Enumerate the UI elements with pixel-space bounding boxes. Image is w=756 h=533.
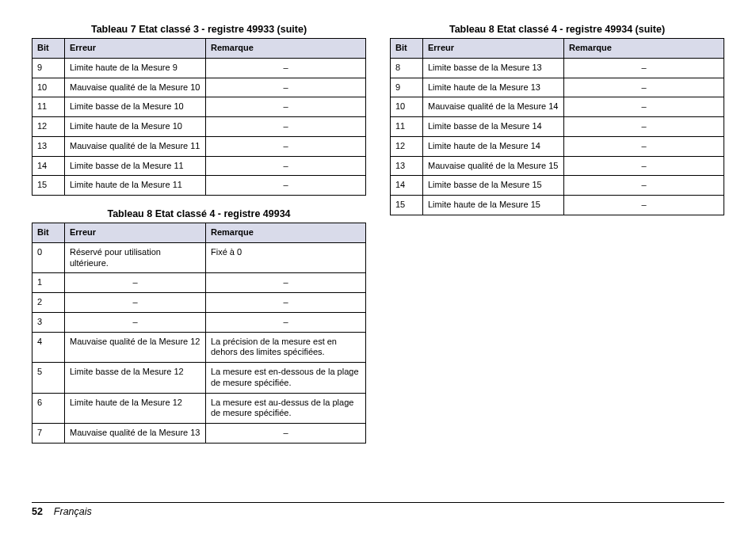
cell-remarque: – (206, 136, 366, 156)
col-bit: Bit (32, 223, 65, 243)
cell-erreur: Limite basse de la Mesure 12 (65, 363, 206, 394)
cell-erreur: – (65, 273, 206, 293)
cell-remarque: La mesure est en-dessous de la plage de … (206, 363, 366, 394)
cell-remarque: – (206, 424, 366, 444)
cell-erreur: Limite haute de la Mesure 12 (65, 393, 206, 424)
cell-bit: 15 (32, 176, 65, 196)
table-row: 2–– (32, 293, 366, 313)
table-row: 14Limite basse de la Mesure 11– (32, 156, 366, 176)
cell-remarque: – (564, 58, 724, 78)
col-erreur: Erreur (65, 223, 206, 243)
cell-bit: 1 (32, 273, 65, 293)
cell-erreur: Limite haute de la Mesure 15 (423, 196, 564, 215)
cell-erreur: Limite haute de la Mesure 10 (65, 117, 206, 137)
cell-remarque: – (206, 156, 366, 176)
cell-erreur: Mauvaise qualité de la Mesure 15 (423, 156, 564, 176)
page-columns: Tableau 7 Etat classé 3 - registre 49933… (0, 0, 756, 456)
cell-remarque: La mesure est au-dessus de la plage de m… (206, 393, 366, 424)
cell-remarque: – (564, 117, 724, 137)
cell-erreur: Limite basse de la Mesure 13 (423, 58, 564, 78)
cell-erreur: Limite haute de la Mesure 14 (423, 136, 564, 156)
cell-bit: 11 (32, 97, 65, 117)
table7: Bit Erreur Remarque 9Limite haute de la … (32, 38, 366, 196)
cell-erreur: Limite basse de la Mesure 10 (65, 97, 206, 117)
table-row: 4Mauvaise qualité de la Mesure 12La préc… (32, 332, 366, 363)
cell-remarque: – (564, 78, 724, 97)
cell-erreur: Limite haute de la Mesure 9 (65, 58, 206, 78)
cell-bit: 13 (391, 156, 423, 176)
col-remarque: Remarque (206, 223, 366, 243)
table-row: 6Limite haute de la Mesure 12La mesure e… (32, 393, 366, 424)
cell-remarque: – (206, 117, 366, 137)
table-header-row: Bit Erreur Remarque (391, 39, 724, 59)
cell-remarque: – (206, 78, 366, 97)
cell-erreur: – (65, 293, 206, 313)
table-row: 9Limite haute de la Mesure 13– (391, 78, 724, 97)
table-row: 13Mauvaise qualité de la Mesure 15– (391, 156, 724, 176)
table-row: 11Limite basse de la Mesure 14– (391, 117, 724, 137)
cell-erreur: Mauvaise qualité de la Mesure 13 (65, 424, 206, 444)
cell-bit: 14 (32, 156, 65, 176)
cell-remarque: – (564, 97, 724, 117)
cell-remarque: – (206, 97, 366, 117)
cell-erreur: Mauvaise qualité de la Mesure 14 (423, 97, 564, 117)
cell-remarque: La précision de la mesure est en dehors … (206, 332, 366, 363)
cell-bit: 7 (32, 424, 65, 444)
page-footer: 52 Français (32, 502, 724, 517)
cell-bit: 0 (32, 242, 65, 273)
table8b: Bit Erreur Remarque 8Limite basse de la … (390, 38, 724, 215)
cell-bit: 6 (32, 393, 65, 424)
table-row: 14Limite basse de la Mesure 15– (391, 176, 724, 196)
table-row: 10Mauvaise qualité de la Mesure 10– (32, 78, 366, 97)
cell-erreur: Limite basse de la Mesure 15 (423, 176, 564, 196)
cell-bit: 8 (391, 58, 423, 78)
table8b-body: 8Limite basse de la Mesure 13–9Limite ha… (391, 58, 724, 215)
table-row: 9Limite haute de la Mesure 9– (32, 58, 366, 78)
cell-bit: 14 (391, 176, 423, 196)
cell-bit: 10 (32, 78, 65, 97)
table-row: 1–– (32, 273, 366, 293)
cell-remarque: – (564, 196, 724, 215)
cell-remarque: – (206, 312, 366, 332)
table-row: 13Mauvaise qualité de la Mesure 11– (32, 136, 366, 156)
cell-bit: 2 (32, 293, 65, 313)
cell-bit: 12 (32, 117, 65, 137)
cell-bit: 4 (32, 332, 65, 363)
cell-erreur: Limite haute de la Mesure 13 (423, 78, 564, 97)
cell-erreur: Limite haute de la Mesure 11 (65, 176, 206, 196)
cell-erreur: Limite basse de la Mesure 11 (65, 156, 206, 176)
cell-erreur: Mauvaise qualité de la Mesure 12 (65, 332, 206, 363)
cell-erreur: Mauvaise qualité de la Mesure 11 (65, 136, 206, 156)
cell-remarque: – (206, 58, 366, 78)
table8a: Bit Erreur Remarque 0Réservé pour utilis… (32, 223, 366, 444)
table8b-caption: Tableau 8 Etat classé 4 - registre 49934… (390, 24, 724, 35)
cell-bit: 3 (32, 312, 65, 332)
cell-remarque: – (564, 136, 724, 156)
cell-erreur: Limite basse de la Mesure 14 (423, 117, 564, 137)
cell-remarque: – (564, 176, 724, 196)
right-column: Tableau 8 Etat classé 4 - registre 49934… (390, 24, 724, 456)
table-row: 15Limite haute de la Mesure 11– (32, 176, 366, 196)
table-row: 10Mauvaise qualité de la Mesure 14– (391, 97, 724, 117)
table-row: 11Limite basse de la Mesure 10– (32, 97, 366, 117)
col-remarque: Remarque (206, 39, 366, 59)
table-row: 3–– (32, 312, 366, 332)
cell-remarque: Fixé à 0 (206, 242, 366, 273)
table-row: 0Réservé pour utilisation ultérieure.Fix… (32, 242, 366, 273)
cell-remarque: – (564, 156, 724, 176)
cell-remarque: – (206, 273, 366, 293)
cell-erreur: Mauvaise qualité de la Mesure 10 (65, 78, 206, 97)
col-bit: Bit (32, 39, 65, 59)
table-row: 5Limite basse de la Mesure 12La mesure e… (32, 363, 366, 394)
left-column: Tableau 7 Etat classé 3 - registre 49933… (32, 24, 366, 456)
table8a-caption: Tableau 8 Etat classé 4 - registre 49934 (32, 208, 366, 219)
table-row: 15Limite haute de la Mesure 15– (391, 196, 724, 215)
cell-bit: 9 (32, 58, 65, 78)
col-erreur: Erreur (65, 39, 206, 59)
col-erreur: Erreur (423, 39, 564, 59)
cell-bit: 13 (32, 136, 65, 156)
cell-bit: 9 (391, 78, 423, 97)
cell-bit: 5 (32, 363, 65, 394)
table-header-row: Bit Erreur Remarque (32, 223, 366, 243)
table7-caption: Tableau 7 Etat classé 3 - registre 49933… (32, 24, 366, 35)
